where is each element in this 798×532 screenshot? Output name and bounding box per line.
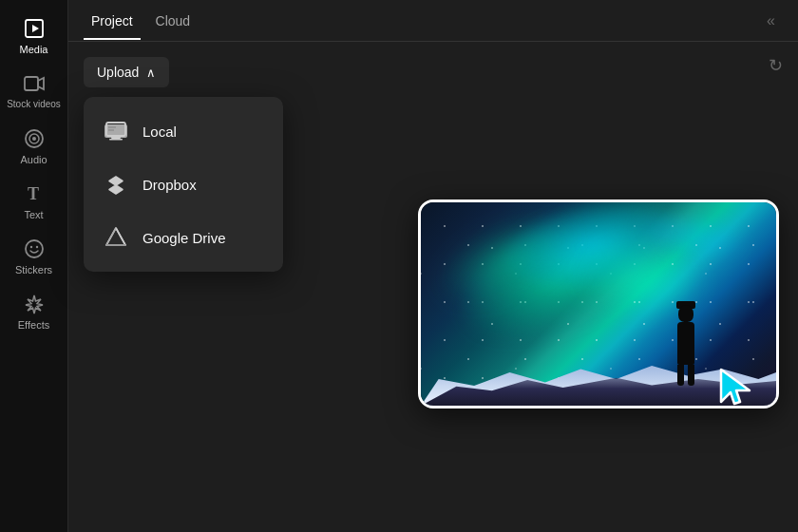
- person-leg-left: [677, 365, 684, 386]
- sidebar-item-label: Audio: [20, 154, 47, 165]
- svg-point-7: [26, 240, 43, 257]
- svg-marker-18: [109, 177, 123, 185]
- svg-line-21: [106, 228, 116, 245]
- sidebar-item-label: Effects: [18, 319, 49, 331]
- dropdown-menu: Local Dropbox G: [84, 97, 283, 272]
- svg-point-9: [35, 246, 37, 248]
- upload-label: Upload: [97, 65, 139, 80]
- person-head: [678, 305, 694, 322]
- svg-marker-1: [32, 25, 39, 32]
- upload-chevron: ∧: [146, 66, 156, 80]
- sidebar-item-label: Media: [20, 44, 48, 55]
- svg-rect-2: [25, 77, 38, 90]
- tabs-group: Project Cloud: [84, 2, 198, 40]
- stock-videos-icon: [23, 72, 46, 95]
- dropdown-item-google-drive[interactable]: Google Drive: [84, 211, 283, 264]
- dropbox-icon: [103, 171, 129, 198]
- tabs-row: Project Cloud «: [68, 0, 798, 42]
- svg-text:T: T: [28, 184, 39, 203]
- dropdown-item-dropbox-label: Dropbox: [142, 177, 197, 193]
- svg-point-5: [32, 137, 36, 141]
- sidebar-item-label: Text: [24, 209, 43, 220]
- person-legs: [672, 365, 700, 386]
- dropdown-item-local[interactable]: Local: [84, 104, 283, 158]
- sidebar-item-media[interactable]: Media: [0, 8, 67, 63]
- sidebar: Media Stock videos Audio T Text: [0, 0, 68, 532]
- main-content: Project Cloud « Upload ∧ ↻: [68, 0, 798, 532]
- stickers-icon: [23, 238, 46, 260]
- media-icon: [23, 17, 46, 40]
- person-body: [677, 322, 694, 365]
- svg-line-22: [116, 228, 125, 245]
- preview-card: [418, 200, 779, 408]
- dropdown-item-local-label: Local: [142, 124, 177, 140]
- text-icon: T: [23, 182, 46, 205]
- sidebar-item-effects[interactable]: Effects: [0, 283, 67, 338]
- back-button[interactable]: «: [759, 9, 783, 33]
- sidebar-item-audio[interactable]: Audio: [0, 118, 67, 173]
- dropdown-item-dropbox[interactable]: Dropbox: [84, 158, 283, 211]
- effects-icon: [23, 293, 46, 315]
- svg-rect-13: [111, 136, 121, 139]
- svg-marker-19: [109, 185, 123, 194]
- tab-project[interactable]: Project: [84, 2, 141, 40]
- sidebar-item-text[interactable]: T Text: [0, 173, 67, 228]
- dropdown-item-google-drive-label: Google Drive: [142, 230, 226, 246]
- tab-cloud[interactable]: Cloud: [148, 2, 199, 40]
- svg-marker-24: [721, 370, 750, 404]
- upload-area: Upload ∧ ↻: [68, 42, 798, 103]
- local-icon: [103, 118, 129, 144]
- audio-icon: [23, 127, 46, 150]
- refresh-icon[interactable]: ↻: [769, 55, 783, 76]
- svg-marker-20: [106, 228, 125, 245]
- person-silhouette: [672, 301, 700, 368]
- svg-rect-14: [109, 139, 123, 141]
- sidebar-item-label: Stock videos: [7, 99, 61, 110]
- google-drive-icon: [103, 224, 129, 251]
- svg-point-8: [29, 246, 31, 248]
- sidebar-item-stock-videos[interactable]: Stock videos: [0, 63, 67, 118]
- upload-button[interactable]: Upload ∧: [84, 57, 169, 87]
- cursor-arrow: [713, 362, 763, 408]
- sidebar-item-stickers[interactable]: Stickers: [0, 228, 67, 283]
- sidebar-item-label: Stickers: [15, 264, 52, 276]
- person-leg-right: [688, 365, 694, 386]
